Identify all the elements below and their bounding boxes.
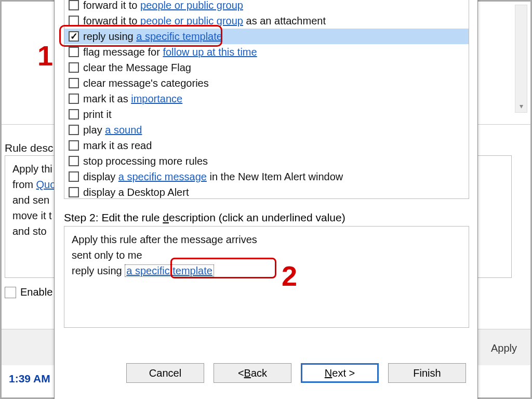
action-checkbox[interactable]	[69, 156, 79, 166]
bg-rule-description-label: Rule descr	[5, 142, 57, 154]
action-checkbox[interactable]	[69, 78, 79, 88]
action-checkbox[interactable]	[69, 171, 79, 182]
bg-scrollbar[interactable]: ▾	[515, 5, 527, 113]
action-row[interactable]: print it	[64, 107, 469, 122]
action-label: print it	[83, 109, 111, 121]
action-checkbox[interactable]	[69, 187, 79, 197]
action-label: display a Desktop Alert	[83, 187, 189, 198]
action-value-link[interactable]: people or public group	[140, 15, 243, 26]
wizard-button-row: Cancel < Back Next > Finish	[55, 363, 477, 383]
action-checkbox[interactable]	[69, 16, 79, 26]
finish-button[interactable]: Finish	[388, 363, 466, 383]
action-checkbox[interactable]	[69, 94, 79, 104]
desc-line: Apply this rule after the message arrive…	[72, 232, 461, 247]
action-checkbox[interactable]	[69, 140, 79, 151]
specific-template-link[interactable]: a specific template	[125, 264, 214, 277]
action-value-link[interactable]: a sound	[105, 124, 142, 136]
enable-checkbox[interactable]	[5, 287, 16, 298]
bg-from-link[interactable]: Quo	[36, 179, 56, 190]
action-label: display a specific message in the New It…	[83, 171, 343, 183]
bg-timestamp: 1:39 AM	[9, 373, 50, 385]
actions-list[interactable]: forward it to people or public groupforw…	[64, 0, 469, 199]
action-label: reply using a specific template	[83, 31, 222, 43]
action-row[interactable]: flag message for follow up at this time	[64, 44, 469, 60]
action-row[interactable]: forward it to people or public group	[64, 0, 469, 13]
action-value-link[interactable]: a specific template	[136, 31, 222, 42]
enable-label: Enable	[20, 286, 52, 298]
action-row[interactable]: reply using a specific template	[64, 29, 469, 44]
action-row[interactable]: stop processing more rules	[64, 153, 469, 169]
action-label: play a sound	[83, 124, 142, 136]
step2-label: Step 2: Edit the rule description (click…	[64, 211, 345, 224]
action-row[interactable]: display a Desktop Alert	[64, 184, 469, 199]
action-checkbox[interactable]	[69, 0, 79, 10]
action-label: mark it as read	[83, 140, 152, 152]
action-row[interactable]: mark it as importance	[64, 91, 469, 107]
bg-enable-rule-row: Enable	[5, 286, 52, 298]
action-row[interactable]: play a sound	[64, 122, 469, 138]
action-row[interactable]: display a specific message in the New It…	[64, 169, 469, 184]
action-row[interactable]: clear message's categories	[64, 75, 469, 91]
action-row[interactable]: mark it as read	[64, 138, 469, 153]
next-button[interactable]: Next >	[301, 363, 379, 383]
action-checkbox[interactable]	[69, 47, 79, 57]
rule-description-box: Apply this rule after the message arrive…	[64, 226, 469, 328]
action-label: clear message's categories	[83, 77, 209, 89]
action-value-link[interactable]: follow up at this time	[163, 46, 257, 58]
rules-wizard-dialog: forward it to people or public groupforw…	[54, 0, 478, 399]
desc-line: sent only to me	[72, 247, 461, 263]
action-label: forward it to people or public group	[83, 0, 243, 11]
action-label: mark it as importance	[83, 93, 182, 105]
action-checkbox[interactable]	[69, 109, 79, 119]
action-checkbox[interactable]	[69, 31, 79, 42]
action-row[interactable]: forward it to people or public group as …	[64, 13, 469, 29]
desc-line: reply using a specific template	[72, 263, 461, 278]
action-checkbox[interactable]	[69, 125, 79, 135]
action-label: forward it to people or public group as …	[83, 15, 326, 27]
cancel-button[interactable]: Cancel	[126, 363, 204, 383]
action-label: stop processing more rules	[83, 155, 208, 167]
action-value-link[interactable]: a specific message	[118, 171, 207, 182]
action-label: flag message for follow up at this time	[83, 46, 257, 58]
action-value-link[interactable]: people or public group	[140, 0, 243, 11]
action-label: clear the Message Flag	[83, 62, 191, 74]
back-button[interactable]: < Back	[214, 363, 291, 383]
chevron-down-icon[interactable]: ▾	[520, 102, 523, 110]
action-row[interactable]: clear the Message Flag	[64, 60, 469, 75]
action-checkbox[interactable]	[69, 62, 79, 73]
action-value-link[interactable]: importance	[131, 93, 182, 104]
apply-button[interactable]: Apply	[483, 338, 525, 358]
